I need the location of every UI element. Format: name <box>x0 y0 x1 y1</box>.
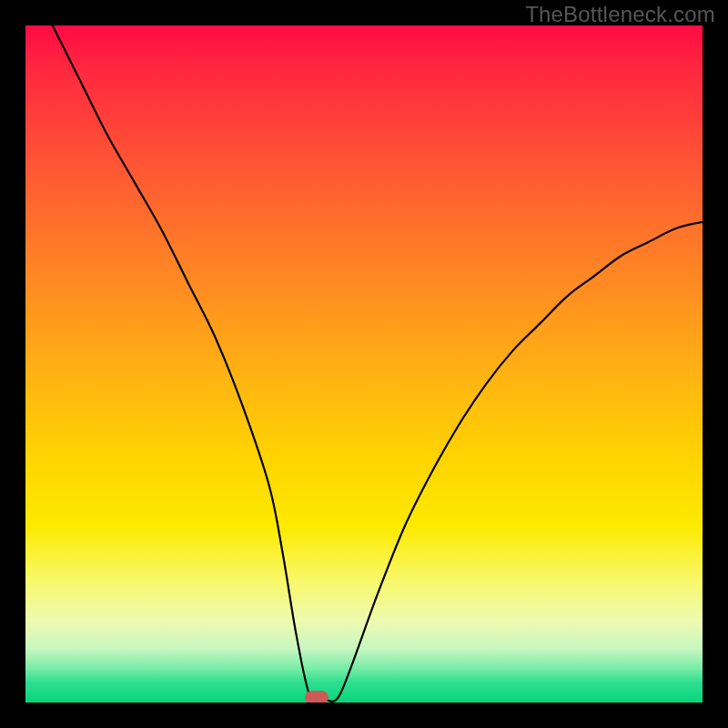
watermark-text: TheBottleneck.com <box>525 2 715 27</box>
plot-area <box>25 25 703 703</box>
bottleneck-curve <box>25 25 703 703</box>
chart-frame: TheBottleneck.com <box>0 0 728 728</box>
optimal-point-marker <box>305 691 329 703</box>
